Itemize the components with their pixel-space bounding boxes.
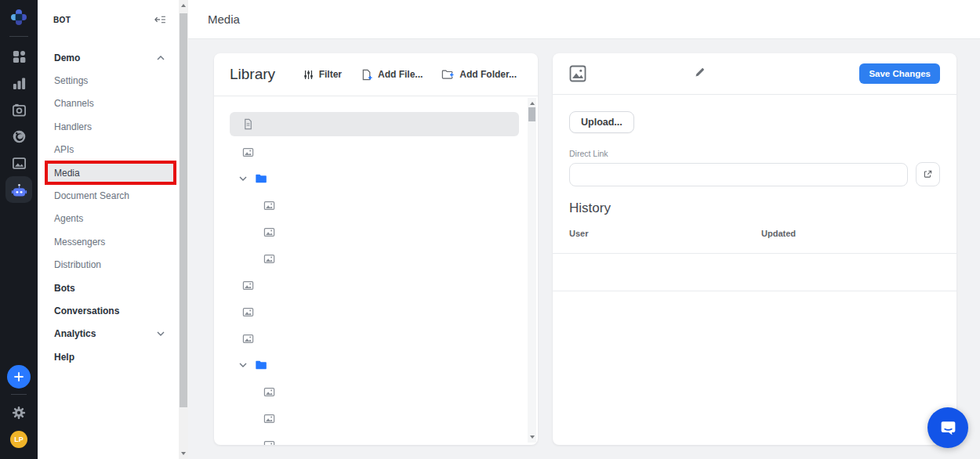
sidebar-item-conversations[interactable]: Conversations	[38, 299, 179, 322]
page-title: Media	[208, 13, 240, 26]
detail-header: Save Changes	[553, 53, 956, 95]
tree-item-folder[interactable]	[230, 165, 519, 192]
tree-item-file[interactable]	[230, 112, 519, 136]
tree-item-image[interactable]	[230, 378, 519, 405]
tree-item-image[interactable]	[230, 245, 519, 272]
image-icon	[263, 226, 275, 238]
nav-sidebar: BOT DemoSettingsChannelsHandlersAPIsMedi…	[38, 0, 179, 459]
sidebar-item-messengers[interactable]: Messengers	[38, 230, 179, 253]
library-header: Library Filter Add File.	[214, 53, 538, 96]
history-table-header: User Updated	[569, 229, 940, 240]
chevron-up-icon	[157, 56, 165, 60]
add-file-button[interactable]: Add File...	[361, 69, 423, 81]
sidebar-item-label: Bots	[54, 283, 75, 294]
tree-item-image[interactable]	[230, 432, 519, 445]
settings-gear-icon[interactable]	[0, 399, 38, 426]
scroll-down-arrow[interactable]	[179, 448, 188, 459]
bar-chart-icon[interactable]	[0, 70, 38, 96]
sidebar-item-label: Handlers	[54, 121, 92, 132]
sidebar-item-help[interactable]: Help	[38, 345, 179, 368]
tree-item-image[interactable]	[230, 272, 519, 298]
image-icon	[242, 280, 254, 291]
rail-divider	[9, 36, 28, 37]
sidebar-item-label: Distribution	[54, 259, 101, 270]
sidebar-item-label: Media	[54, 168, 80, 179]
filter-button[interactable]: Filter	[303, 69, 342, 81]
collapse-sidebar-icon[interactable]	[154, 15, 166, 27]
sidebar-item-channels[interactable]: Channels	[38, 92, 179, 115]
media-image-icon[interactable]	[0, 150, 38, 176]
upload-button[interactable]: Upload...	[569, 111, 634, 133]
library-panel: Library Filter Add File.	[214, 53, 538, 445]
image-icon	[263, 439, 275, 446]
chevron-down-icon	[239, 363, 247, 367]
edit-pencil-icon[interactable]	[695, 67, 705, 80]
workspace-label: BOT	[53, 16, 71, 24]
sidebar-nav-list: DemoSettingsChannelsHandlersAPIsMediaDoc…	[38, 39, 179, 368]
direct-link-input[interactable]	[569, 163, 908, 186]
camera-icon[interactable]	[0, 96, 38, 123]
sidebar-item-demo[interactable]: Demo	[38, 46, 179, 69]
sidebar-item-analytics[interactable]: Analytics	[38, 323, 179, 345]
history-col-user: User	[569, 229, 588, 238]
sidebar-item-bots[interactable]: Bots	[38, 276, 179, 299]
sidebar-item-media[interactable]: Media	[38, 161, 179, 184]
add-folder-icon	[441, 69, 454, 80]
media-detail-panel: Save Changes Upload... Direct Link Histo…	[553, 53, 956, 445]
image-icon	[263, 386, 275, 398]
sidebar-item-distribution[interactable]: Distribution	[38, 254, 179, 276]
library-actions: Filter Add File... Add Folder...	[303, 69, 517, 81]
dashboard-icon[interactable]	[0, 43, 38, 70]
chat-bubble-icon	[938, 418, 958, 438]
save-changes-button[interactable]: Save Changes	[859, 63, 940, 84]
scrollbar-thumb[interactable]	[180, 13, 187, 407]
direct-link-row	[569, 162, 940, 186]
folder-icon	[255, 360, 267, 370]
top-bar: Media	[188, 0, 980, 39]
user-avatar[interactable]: LP	[10, 431, 27, 448]
divider	[553, 253, 956, 254]
automation-swirl-icon[interactable]	[0, 123, 38, 150]
sidebar-item-settings[interactable]: Settings	[38, 69, 179, 92]
tree-item-image[interactable]	[230, 219, 519, 245]
history-col-updated: Updated	[761, 229, 796, 238]
intercom-chat-button[interactable]	[927, 407, 968, 448]
sidebar-item-handlers[interactable]: Handlers	[38, 115, 179, 138]
tree-scrollbar[interactable]	[528, 98, 536, 443]
tree-item-folder[interactable]	[230, 352, 519, 378]
image-icon	[242, 333, 254, 345]
sidebar-item-label: Analytics	[54, 328, 96, 339]
sidebar-item-apis[interactable]: APIs	[38, 139, 179, 161]
sidebar-item-label: Agents	[54, 213, 83, 224]
add-new-button[interactable]	[7, 365, 31, 389]
sidebar-item-document-search[interactable]: Document Search	[38, 184, 179, 207]
tree-item-image[interactable]	[230, 192, 519, 219]
open-external-link-button[interactable]	[916, 162, 940, 186]
sidebar-item-label: Document Search	[54, 190, 129, 201]
tree-item-image[interactable]	[230, 325, 519, 352]
image-icon	[242, 306, 254, 318]
rail-divider	[11, 394, 27, 395]
divider	[553, 291, 956, 291]
add-folder-button[interactable]: Add Folder...	[441, 69, 517, 81]
filter-sliders-icon	[303, 70, 314, 80]
history-title: History	[569, 201, 940, 216]
sidebar-item-agents[interactable]: Agents	[38, 208, 179, 230]
scroll-down-arrow[interactable]	[528, 432, 536, 443]
chevron-down-icon	[239, 176, 247, 181]
image-icon	[263, 253, 275, 265]
library-title: Library	[230, 66, 275, 83]
tree-item-image[interactable]	[230, 139, 519, 165]
tree-item-image[interactable]	[230, 405, 519, 432]
sidebar-item-label: Help	[54, 352, 74, 363]
sidebar-item-label: Channels	[54, 98, 94, 109]
scroll-up-arrow[interactable]	[179, 0, 188, 11]
app-logo-icon[interactable]	[10, 9, 27, 26]
scrollbar-thumb[interactable]	[528, 107, 535, 121]
direct-link-label: Direct Link	[569, 149, 940, 158]
folder-icon	[255, 173, 267, 184]
image-icon	[263, 200, 275, 211]
bot-icon[interactable]	[0, 176, 38, 203]
sidebar-scrollbar[interactable]	[179, 0, 188, 459]
tree-item-image[interactable]	[230, 298, 519, 325]
